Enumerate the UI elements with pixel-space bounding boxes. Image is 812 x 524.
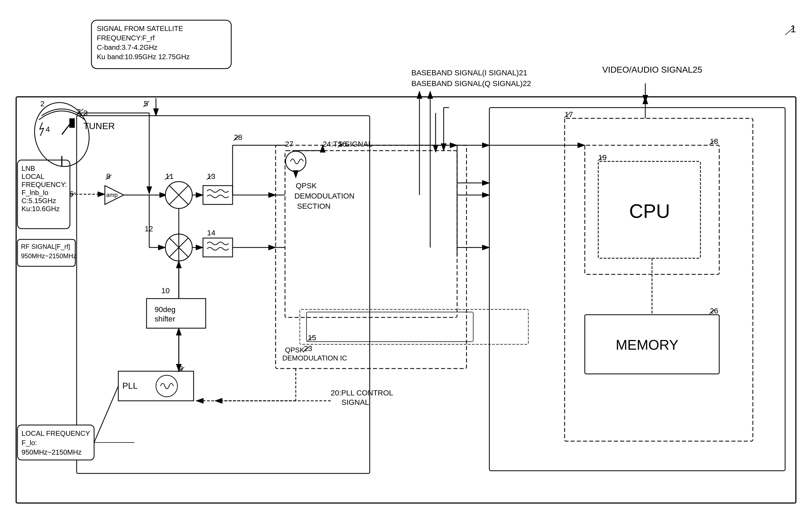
baseband-signal-q-label: BASEBAND SIGNAL(Q SIGNAL)22: [411, 79, 531, 88]
svg-rect-2: [0, 0, 812, 524]
cpu-label: CPU: [629, 200, 670, 222]
svg-text:shifter: shifter: [155, 315, 175, 323]
qpsk-demodulation-ic-label: QPSK: [285, 346, 305, 354]
svg-text:C:5.15GHz: C:5.15GHz: [21, 197, 56, 205]
ref-18: 18: [710, 137, 718, 146]
svg-text:950MHz~2150MHz: 950MHz~2150MHz: [21, 252, 77, 260]
svg-text:SIGNAL: SIGNAL: [341, 398, 369, 407]
svg-text:C-band:3.7-4.2GHz: C-band:3.7-4.2GHz: [97, 43, 157, 51]
pll-label: PLL: [122, 381, 138, 391]
amp-label: amp: [106, 192, 118, 198]
svg-text:F_lo:: F_lo:: [21, 439, 37, 447]
ref-10: 10: [161, 286, 170, 295]
qpsk-demodulation-section-label: QPSK: [296, 182, 317, 190]
svg-rect-23: [69, 118, 75, 128]
deg90-shifter-label: 90deg: [155, 305, 175, 314]
ref-15: 15: [308, 333, 316, 342]
ref-23: 23: [304, 344, 312, 353]
ref-4: 4: [46, 125, 50, 133]
video-audio-signal-label: VIDEO/AUDIO SIGNAL25: [602, 65, 702, 75]
ref-5: 5: [144, 100, 148, 108]
svg-text:950MHz~2150MHz: 950MHz~2150MHz: [21, 448, 82, 456]
rf-signal-label: RF SIGNAL[F_rf]: [21, 243, 70, 250]
ref-13: 13: [207, 172, 215, 180]
svg-text:DEMODULATION IC: DEMODULATION IC: [282, 354, 347, 362]
ref-14: 14: [207, 229, 215, 237]
signal-from-satellite-label: SIGNAL FROM SATELLITE: [97, 24, 183, 33]
diagram-container: 1 SIGNAL FROM SATELLITE FREQUENCY:F_rf C…: [0, 0, 812, 524]
memory-label: MEMORY: [616, 337, 678, 353]
ref-17: 17: [565, 110, 573, 119]
svg-text:Ku:10.6GHz: Ku:10.6GHz: [21, 205, 60, 213]
svg-text:SECTION: SECTION: [297, 202, 331, 210]
ts-signal-label: 24:TS SIGNAL: [323, 140, 372, 148]
pll-control-signal-label: 20:PLL CONTROL: [331, 389, 393, 397]
svg-text:DEMODULATION: DEMODULATION: [294, 192, 355, 200]
svg-text:FREQUENCY:F_rf: FREQUENCY:F_rf: [97, 34, 155, 42]
svg-point-50: [156, 375, 177, 397]
svg-rect-43: [203, 185, 233, 204]
ref-2: 2: [40, 100, 45, 108]
ref-11: 11: [165, 172, 174, 180]
svg-text:FREQUENCY:: FREQUENCY:: [21, 180, 67, 189]
baseband-signal-i-label: BASEBAND SIGNAL(I SIGNAL)21: [411, 69, 527, 77]
svg-text:Ku band:10.95GHz 12.75GHz: Ku band:10.95GHz 12.75GHz: [97, 53, 189, 61]
ref-27: 27: [285, 140, 293, 148]
svg-text:F_lnb_lo: F_lnb_lo: [21, 189, 48, 197]
svg-rect-44: [203, 238, 233, 257]
lnb-label: LNB: [21, 164, 35, 173]
svg-text:LOCAL: LOCAL: [21, 173, 44, 180]
ref-number-1: 1: [791, 23, 796, 34]
local-frequency-label: LOCAL FREQUENCY: [21, 429, 90, 437]
svg-point-65: [286, 151, 306, 171]
ref-19: 19: [598, 153, 607, 162]
ref-28: 28: [234, 133, 242, 142]
ref-26: 26: [710, 307, 718, 315]
